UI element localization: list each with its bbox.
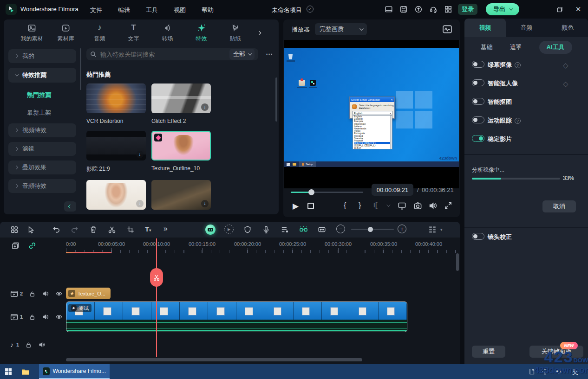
menu-view[interactable]: 视图 bbox=[174, 6, 186, 14]
download-icon[interactable]: ↓ bbox=[136, 200, 144, 207]
mark-in-button[interactable]: { bbox=[344, 201, 346, 210]
keyframe-diamond-icon[interactable]: ◇ bbox=[563, 80, 568, 88]
trim-chevron-icon[interactable] bbox=[386, 203, 390, 206]
playhead-split-button[interactable] bbox=[150, 268, 163, 287]
crop-icon[interactable] bbox=[126, 225, 135, 234]
track-manage-chevron-icon[interactable]: ▾ bbox=[440, 227, 443, 232]
close-button[interactable]: ✕ bbox=[571, 4, 585, 14]
menu-tools[interactable]: 工具 bbox=[146, 6, 158, 14]
download-icon[interactable]: ↓ bbox=[136, 151, 144, 158]
layout-icon[interactable] bbox=[385, 5, 393, 13]
minimize-button[interactable]: — bbox=[534, 4, 548, 14]
menu-edit[interactable]: 编辑 bbox=[118, 6, 130, 14]
timeline-h-scrollbar[interactable] bbox=[66, 358, 362, 361]
save-icon[interactable] bbox=[399, 5, 408, 13]
ai-cutout-toggle[interactable] bbox=[472, 98, 484, 105]
player-progress[interactable] bbox=[291, 189, 363, 195]
lock-icon[interactable] bbox=[29, 314, 36, 321]
stop-button[interactable] bbox=[307, 203, 314, 209]
search-input[interactable] bbox=[100, 51, 229, 58]
volume-icon[interactable] bbox=[38, 341, 46, 348]
add-track-icon[interactable] bbox=[11, 241, 20, 250]
sidebar-item-audio-fx[interactable]: 音頻特效 bbox=[8, 179, 76, 193]
volume-icon[interactable] bbox=[428, 201, 437, 210]
motion-tracking-toggle[interactable] bbox=[472, 116, 484, 123]
preview-render-icon[interactable]: ▶ bbox=[224, 225, 234, 234]
support-icon[interactable] bbox=[429, 5, 438, 13]
export-button[interactable]: 导出 bbox=[486, 3, 519, 15]
zoom-slider-handle[interactable] bbox=[368, 227, 373, 232]
effect-clip[interactable]: ◆ Texture_O... bbox=[66, 288, 111, 299]
lock-icon[interactable] bbox=[29, 290, 36, 297]
playhead-line[interactable] bbox=[156, 238, 157, 357]
tab-video[interactable]: 视频 bbox=[464, 19, 506, 37]
progress-handle[interactable] bbox=[308, 189, 314, 195]
volume-icon[interactable] bbox=[42, 290, 49, 297]
smart-cut-glasses-icon[interactable] bbox=[299, 225, 308, 234]
video-viewport[interactable]: Select Setup Language ✕ Select the langu… bbox=[284, 40, 459, 188]
sidebar-item-video-fx[interactable]: 視頻特效 bbox=[8, 123, 76, 137]
zoom-in-icon[interactable]: + bbox=[398, 225, 406, 233]
reset-button[interactable]: 重置 bbox=[472, 346, 505, 358]
sidebar-scrollbar[interactable] bbox=[80, 48, 81, 90]
mark-out-button[interactable]: } bbox=[359, 201, 361, 210]
taskbar-app-button[interactable]: Wondershare Filmo... bbox=[39, 364, 110, 379]
auto-ripple-icon[interactable] bbox=[318, 225, 326, 234]
delete-icon[interactable] bbox=[89, 225, 98, 234]
timeline-zoom-slider[interactable] bbox=[351, 229, 394, 230]
play-button[interactable]: ▶ bbox=[293, 201, 299, 211]
render-graph-icon[interactable] bbox=[442, 24, 452, 34]
sidebar-item-mine[interactable]: 我的 bbox=[8, 49, 76, 63]
tab-stock-media[interactable]: 素材库 bbox=[49, 21, 83, 43]
timeline-ruler[interactable]: 00:00:00 00:00:05:00 00:00:10:00 00:00:1… bbox=[66, 238, 460, 254]
auto-ripple-link-icon[interactable] bbox=[28, 241, 36, 250]
pointer-tool-icon[interactable] bbox=[27, 225, 35, 234]
voiceover-mic-icon[interactable] bbox=[262, 225, 270, 234]
filter-dropdown[interactable]: 全部 bbox=[229, 49, 255, 60]
search-bar[interactable]: 全部 bbox=[86, 48, 258, 60]
login-button[interactable]: 登录 bbox=[458, 4, 477, 15]
sidebar-item-filters[interactable]: 濾鏡 bbox=[8, 142, 76, 156]
timeline-v-scrollbar[interactable] bbox=[456, 253, 459, 271]
video-clip[interactable]: ▶ 测试 bbox=[66, 302, 407, 332]
effect-thumb-glitch[interactable]: ↓ bbox=[151, 84, 211, 113]
effect-thumb-vcr[interactable] bbox=[86, 84, 146, 113]
ai-portrait-toggle[interactable] bbox=[472, 79, 484, 86]
effect-thumb-portrait[interactable]: ↓ bbox=[86, 180, 146, 210]
maximize-button[interactable] bbox=[553, 4, 567, 14]
expand-tabs-icon[interactable] bbox=[258, 28, 261, 36]
keyframe-diamond-icon[interactable]: ◇ bbox=[563, 61, 568, 70]
eye-icon[interactable] bbox=[55, 313, 63, 321]
file-explorer-icon[interactable] bbox=[21, 368, 30, 375]
current-timecode[interactable]: 00:00:09:21 bbox=[372, 184, 413, 196]
fullscreen-icon[interactable] bbox=[444, 201, 452, 210]
tab-audio-props[interactable]: 音频 bbox=[506, 19, 547, 37]
volume-icon[interactable] bbox=[42, 313, 49, 321]
tab-effects[interactable]: 特效 bbox=[184, 21, 218, 43]
menu-file[interactable]: 文件 bbox=[90, 6, 102, 14]
sidebar-item-hot[interactable]: 熱門推薦 bbox=[8, 88, 76, 102]
sidebar-item-newest[interactable]: 最新上架 bbox=[8, 106, 76, 120]
content-scrollbar[interactable] bbox=[275, 77, 277, 122]
cancel-button[interactable]: 取消 bbox=[542, 200, 576, 212]
sidebar-item-overlays[interactable]: 疊加效果 bbox=[8, 161, 76, 174]
subtab-mask[interactable]: 遮罩 bbox=[510, 43, 522, 51]
effect-thumb-landscape[interactable]: ↓ bbox=[151, 180, 211, 210]
stabilize-toggle[interactable] bbox=[472, 135, 484, 142]
tab-color[interactable]: 颜色 bbox=[547, 19, 588, 37]
tab-my-media[interactable]: 我的素材 bbox=[15, 21, 49, 43]
green-screen-toggle[interactable] bbox=[472, 61, 484, 68]
lens-correction-toggle[interactable] bbox=[472, 233, 484, 240]
subtab-basic[interactable]: 基础 bbox=[481, 43, 493, 51]
tab-audio[interactable]: ♪音频 bbox=[83, 21, 117, 43]
trim-tool-icon[interactable]: I[ bbox=[373, 201, 378, 209]
marker-icon[interactable] bbox=[243, 225, 252, 234]
redo-icon[interactable] bbox=[71, 225, 79, 234]
subtab-ai-tools[interactable]: AI工具 bbox=[539, 41, 572, 54]
mirror-screen-icon[interactable] bbox=[398, 201, 406, 210]
start-button[interactable] bbox=[5, 368, 12, 375]
layout-grid-icon[interactable] bbox=[10, 225, 19, 234]
effect-thumb-cinema[interactable]: ↓ bbox=[86, 131, 146, 161]
effect-thumb-texture-outline[interactable] bbox=[151, 131, 211, 161]
split-icon[interactable] bbox=[108, 225, 116, 234]
